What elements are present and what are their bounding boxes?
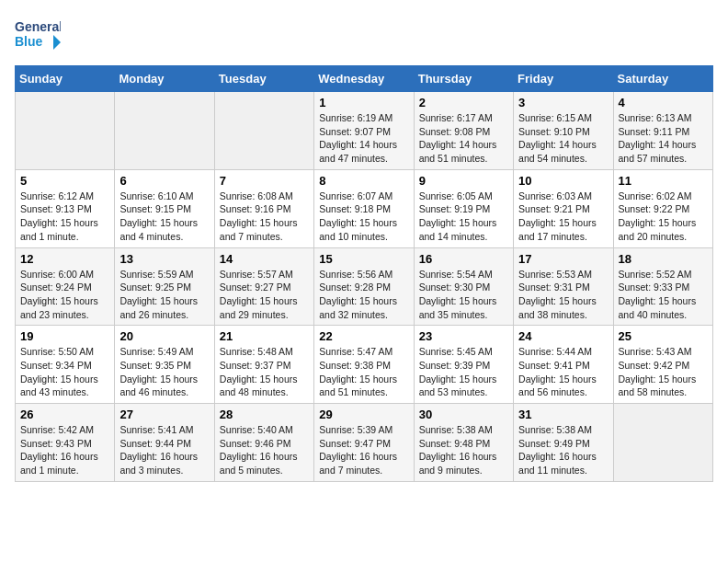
calendar-cell: 22Sunrise: 5:47 AM Sunset: 9:38 PM Dayli… [314, 326, 414, 404]
day-number: 25 [619, 329, 708, 343]
calendar-cell: 3Sunrise: 6:15 AM Sunset: 9:10 PM Daylig… [514, 92, 613, 170]
calendar-cell: 8Sunrise: 6:07 AM Sunset: 9:18 PM Daylig… [314, 169, 414, 247]
calendar-cell: 1Sunrise: 6:19 AM Sunset: 9:07 PM Daylig… [314, 92, 414, 170]
day-number: 1 [319, 96, 408, 109]
day-info: Sunrise: 5:54 AM Sunset: 9:30 PM Dayligh… [419, 268, 508, 322]
svg-text:General: General [15, 19, 61, 34]
day-number: 23 [419, 329, 508, 343]
day-info: Sunrise: 5:47 AM Sunset: 9:38 PM Dayligh… [319, 345, 408, 399]
day-info: Sunrise: 6:12 AM Sunset: 9:13 PM Dayligh… [20, 190, 109, 244]
calendar-cell: 2Sunrise: 6:17 AM Sunset: 9:08 PM Daylig… [414, 92, 513, 170]
day-info: Sunrise: 6:15 AM Sunset: 9:10 PM Dayligh… [518, 111, 608, 166]
day-number: 10 [518, 174, 608, 188]
calendar-cell: 17Sunrise: 5:53 AM Sunset: 9:31 PM Dayli… [514, 247, 613, 326]
day-info: Sunrise: 6:17 AM Sunset: 9:08 PM Dayligh… [419, 111, 508, 166]
day-number: 3 [518, 96, 608, 109]
day-number: 30 [419, 408, 508, 421]
calendar-cell: 23Sunrise: 5:45 AM Sunset: 9:39 PM Dayli… [414, 326, 513, 404]
calendar-cell [16, 92, 115, 170]
day-info: Sunrise: 5:40 AM Sunset: 9:46 PM Dayligh… [220, 423, 309, 477]
day-info: Sunrise: 6:00 AM Sunset: 9:24 PM Dayligh… [20, 268, 109, 322]
calendar-cell [613, 404, 712, 482]
day-number: 2 [419, 96, 508, 109]
calendar-cell: 27Sunrise: 5:41 AM Sunset: 9:44 PM Dayli… [115, 404, 214, 482]
day-number: 18 [619, 252, 708, 266]
day-number: 4 [619, 96, 708, 109]
calendar-cell [214, 92, 313, 170]
day-header-friday: Friday [514, 66, 613, 92]
svg-marker-2 [53, 35, 61, 50]
days-header-row: SundayMondayTuesdayWednesdayThursdayFrid… [16, 66, 713, 92]
day-info: Sunrise: 6:08 AM Sunset: 9:16 PM Dayligh… [220, 190, 309, 244]
day-number: 12 [20, 252, 109, 266]
page-header: General Blue [15, 15, 713, 56]
day-number: 15 [319, 252, 408, 266]
logo: General Blue [15, 15, 61, 56]
day-number: 6 [119, 174, 209, 188]
day-info: Sunrise: 5:56 AM Sunset: 9:28 PM Dayligh… [319, 268, 408, 322]
calendar-cell: 14Sunrise: 5:57 AM Sunset: 9:27 PM Dayli… [214, 247, 313, 326]
calendar-cell: 18Sunrise: 5:52 AM Sunset: 9:33 PM Dayli… [613, 247, 712, 326]
calendar-cell: 19Sunrise: 5:50 AM Sunset: 9:34 PM Dayli… [16, 326, 115, 404]
logo-svg: General Blue [15, 15, 61, 56]
day-info: Sunrise: 5:41 AM Sunset: 9:44 PM Dayligh… [119, 423, 209, 477]
week-row-2: 5Sunrise: 6:12 AM Sunset: 9:13 PM Daylig… [16, 169, 713, 247]
week-row-1: 1Sunrise: 6:19 AM Sunset: 9:07 PM Daylig… [16, 92, 713, 170]
day-number: 28 [220, 408, 309, 421]
day-info: Sunrise: 6:05 AM Sunset: 9:19 PM Dayligh… [419, 190, 508, 244]
day-info: Sunrise: 5:44 AM Sunset: 9:41 PM Dayligh… [518, 345, 608, 399]
day-info: Sunrise: 5:42 AM Sunset: 9:43 PM Dayligh… [20, 423, 109, 477]
calendar-table: SundayMondayTuesdayWednesdayThursdayFrid… [15, 65, 713, 482]
week-row-5: 26Sunrise: 5:42 AM Sunset: 9:43 PM Dayli… [16, 404, 713, 482]
day-info: Sunrise: 6:02 AM Sunset: 9:22 PM Dayligh… [619, 190, 708, 244]
day-header-tuesday: Tuesday [214, 66, 313, 92]
calendar-cell: 20Sunrise: 5:49 AM Sunset: 9:35 PM Dayli… [115, 326, 214, 404]
calendar-cell: 30Sunrise: 5:38 AM Sunset: 9:48 PM Dayli… [414, 404, 513, 482]
calendar-cell: 21Sunrise: 5:48 AM Sunset: 9:37 PM Dayli… [214, 326, 313, 404]
day-info: Sunrise: 5:52 AM Sunset: 9:33 PM Dayligh… [619, 268, 708, 322]
calendar-cell: 9Sunrise: 6:05 AM Sunset: 9:19 PM Daylig… [414, 169, 513, 247]
day-number: 29 [319, 408, 408, 421]
day-info: Sunrise: 5:39 AM Sunset: 9:47 PM Dayligh… [319, 423, 408, 477]
day-info: Sunrise: 5:53 AM Sunset: 9:31 PM Dayligh… [518, 268, 608, 322]
day-info: Sunrise: 5:57 AM Sunset: 9:27 PM Dayligh… [220, 268, 309, 322]
day-header-saturday: Saturday [613, 66, 712, 92]
calendar-cell: 15Sunrise: 5:56 AM Sunset: 9:28 PM Dayli… [314, 247, 414, 326]
calendar-cell: 4Sunrise: 6:13 AM Sunset: 9:11 PM Daylig… [613, 92, 712, 170]
calendar-cell: 7Sunrise: 6:08 AM Sunset: 9:16 PM Daylig… [214, 169, 313, 247]
calendar-cell: 5Sunrise: 6:12 AM Sunset: 9:13 PM Daylig… [16, 169, 115, 247]
day-number: 22 [319, 329, 408, 343]
calendar-cell: 25Sunrise: 5:43 AM Sunset: 9:42 PM Dayli… [613, 326, 712, 404]
day-number: 8 [319, 174, 408, 188]
calendar-cell: 26Sunrise: 5:42 AM Sunset: 9:43 PM Dayli… [16, 404, 115, 482]
day-info: Sunrise: 6:19 AM Sunset: 9:07 PM Dayligh… [319, 111, 408, 166]
calendar-cell: 12Sunrise: 6:00 AM Sunset: 9:24 PM Dayli… [16, 247, 115, 326]
calendar-cell: 10Sunrise: 6:03 AM Sunset: 9:21 PM Dayli… [514, 169, 613, 247]
day-header-monday: Monday [115, 66, 214, 92]
svg-text:Blue: Blue [15, 34, 43, 49]
calendar-cell: 28Sunrise: 5:40 AM Sunset: 9:46 PM Dayli… [214, 404, 313, 482]
day-info: Sunrise: 5:43 AM Sunset: 9:42 PM Dayligh… [619, 345, 708, 399]
day-info: Sunrise: 5:50 AM Sunset: 9:34 PM Dayligh… [20, 345, 109, 399]
day-number: 16 [419, 252, 508, 266]
day-number: 21 [220, 329, 309, 343]
day-number: 20 [119, 329, 209, 343]
day-number: 17 [518, 252, 608, 266]
day-info: Sunrise: 5:48 AM Sunset: 9:37 PM Dayligh… [220, 345, 309, 399]
calendar-cell [115, 92, 214, 170]
calendar-cell: 29Sunrise: 5:39 AM Sunset: 9:47 PM Dayli… [314, 404, 414, 482]
day-info: Sunrise: 5:45 AM Sunset: 9:39 PM Dayligh… [419, 345, 508, 399]
day-number: 5 [20, 174, 109, 188]
day-number: 24 [518, 329, 608, 343]
calendar-cell: 31Sunrise: 5:38 AM Sunset: 9:49 PM Dayli… [514, 404, 613, 482]
day-number: 11 [619, 174, 708, 188]
day-info: Sunrise: 6:03 AM Sunset: 9:21 PM Dayligh… [518, 190, 608, 244]
day-header-thursday: Thursday [414, 66, 513, 92]
day-number: 14 [220, 252, 309, 266]
week-row-4: 19Sunrise: 5:50 AM Sunset: 9:34 PM Dayli… [16, 326, 713, 404]
calendar-cell: 24Sunrise: 5:44 AM Sunset: 9:41 PM Dayli… [514, 326, 613, 404]
day-number: 9 [419, 174, 508, 188]
week-row-3: 12Sunrise: 6:00 AM Sunset: 9:24 PM Dayli… [16, 247, 713, 326]
day-info: Sunrise: 5:49 AM Sunset: 9:35 PM Dayligh… [119, 345, 209, 399]
calendar-cell: 6Sunrise: 6:10 AM Sunset: 9:15 PM Daylig… [115, 169, 214, 247]
